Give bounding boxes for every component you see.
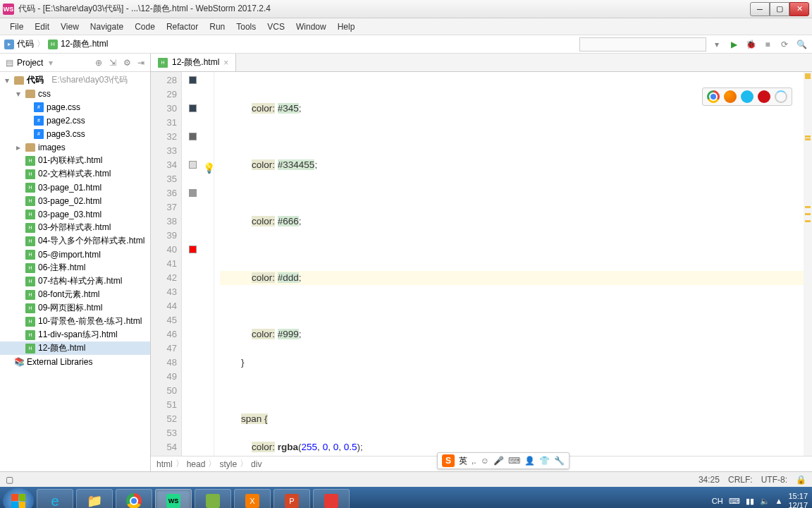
tray-clock[interactable]: 15:1712/17 <box>788 492 808 508</box>
update-button[interactable]: ⟳ <box>778 38 791 51</box>
line-separator[interactable]: CRLF <box>728 475 750 485</box>
menu-window[interactable]: Window <box>290 20 332 34</box>
system-tray[interactable]: CH ⌨ ▮▮ 🔈 ▲ 15:1712/17 <box>712 492 808 508</box>
debug-button[interactable]: 🐞 <box>744 38 757 51</box>
minimize-button[interactable]: ─ <box>750 2 770 16</box>
tree-file[interactable]: 03-外部样式表.html <box>38 222 111 234</box>
project-tree[interactable]: ▾代码 E:\share\day03\代码 ▾css #page.css #pa… <box>0 72 150 471</box>
taskbar-powerpoint[interactable]: P <box>273 489 310 508</box>
code-content[interactable]: color: #345; color: #334455; color: #666… <box>214 72 804 456</box>
tray-battery-icon[interactable]: ▮▮ <box>746 497 754 506</box>
tray-lang[interactable]: CH <box>712 497 723 505</box>
breadcrumb-item[interactable]: style <box>219 459 237 469</box>
tree-file[interactable]: 01-内联样式.html <box>38 155 102 167</box>
breadcrumb-item[interactable]: div <box>251 459 262 469</box>
lock-icon[interactable]: 🔒 <box>796 475 806 485</box>
tree-file[interactable]: 10-背景色-前景色-练习.html <box>38 315 142 327</box>
folder-images[interactable]: images <box>38 143 66 152</box>
tree-file-current[interactable]: 12-颜色.html <box>38 342 85 354</box>
close-button[interactable]: ✕ <box>789 2 809 16</box>
menu-refactor[interactable]: Refactor <box>161 20 204 34</box>
stop-button[interactable]: ■ <box>761 38 774 51</box>
skin-icon[interactable]: 👕 <box>539 456 550 466</box>
expand-toggle[interactable]: ▾ <box>3 75 11 85</box>
tree-file[interactable]: 03-page_02.html <box>38 196 102 206</box>
nav-file[interactable]: 12-颜色.html <box>61 38 108 50</box>
expand-toggle[interactable]: ▸ <box>14 143 23 152</box>
gear-icon[interactable]: ⚙ <box>122 58 132 68</box>
folder-css[interactable]: css <box>38 89 51 99</box>
tree-file[interactable]: 04-导入多个外部样式表.html <box>38 235 144 247</box>
user-icon[interactable]: 👤 <box>524 456 535 466</box>
ime-toolbar[interactable]: S 英 ,. ☺ 🎤 ⌨ 👤 👕 🔧 <box>437 452 570 469</box>
tray-volume-icon[interactable]: 🔈 <box>760 497 770 506</box>
tree-file[interactable]: page2.css <box>47 116 85 126</box>
tree-file[interactable]: 06-注释.html <box>38 262 85 274</box>
chevron-down-icon[interactable]: ▾ <box>49 58 53 68</box>
taskbar-webstorm[interactable]: WS <box>155 489 192 508</box>
tree-file[interactable]: page3.css <box>47 129 85 139</box>
taskbar-excel[interactable]: X <box>234 489 271 508</box>
tree-file[interactable]: page.css <box>47 102 80 112</box>
taskbar-app[interactable] <box>313 489 350 508</box>
maximize-button[interactable]: ▢ <box>770 2 789 16</box>
collapse-icon[interactable]: ⇲ <box>108 58 118 68</box>
menu-view[interactable]: View <box>55 20 85 34</box>
color-swatch <box>189 246 197 253</box>
menu-code[interactable]: Code <box>129 20 161 34</box>
expand-toggle[interactable]: ▾ <box>14 89 23 99</box>
menu-file[interactable]: File <box>4 20 29 34</box>
tree-file[interactable]: 11-div-span练习.html <box>38 329 118 341</box>
external-libraries[interactable]: External Libraries <box>27 357 92 367</box>
breadcrumb-item[interactable]: head <box>187 459 206 469</box>
emoji-icon[interactable]: ☺ <box>481 456 489 466</box>
menu-edit[interactable]: Edit <box>29 20 55 34</box>
loading-icon[interactable] <box>775 90 787 103</box>
firefox-icon[interactable] <box>724 90 737 103</box>
menu-navigate[interactable]: Navigate <box>85 20 129 34</box>
taskbar-explorer[interactable]: 📁 <box>76 489 113 508</box>
menu-help[interactable]: Help <box>332 20 361 34</box>
hide-icon[interactable]: ⇥ <box>136 58 146 68</box>
mic-icon[interactable]: 🎤 <box>493 456 504 466</box>
punct-icon[interactable]: ,. <box>472 456 476 466</box>
error-stripe[interactable] <box>804 72 812 456</box>
tree-file[interactable]: 05-@import.html <box>38 250 101 260</box>
color-swatch <box>189 189 197 197</box>
tray-ime-icon[interactable]: ⌨ <box>729 497 740 506</box>
target-icon[interactable]: ⊕ <box>94 58 104 68</box>
tree-file[interactable]: 03-page_01.html <box>38 183 102 193</box>
close-tab-icon[interactable]: × <box>223 58 228 68</box>
editor-tab[interactable]: H 12-颜色.html × <box>151 54 236 71</box>
code-editor[interactable]: 2829303132333435363738394041424344454647… <box>151 72 812 456</box>
run-button[interactable]: ▶ <box>727 38 740 51</box>
tree-file[interactable]: 07-结构-样式分离.html <box>38 275 122 287</box>
status-icon[interactable]: ▢ <box>6 475 13 485</box>
chevron-down-icon[interactable]: ▾ <box>710 38 723 51</box>
search-icon[interactable]: 🔍 <box>795 38 808 51</box>
taskbar-camtasia[interactable] <box>195 489 231 508</box>
project-root[interactable]: 代码 <box>27 74 44 86</box>
menu-tools[interactable]: Tools <box>230 20 262 34</box>
taskbar-chrome[interactable] <box>116 489 152 508</box>
menu-run[interactable]: Run <box>204 20 230 34</box>
run-config-dropdown[interactable] <box>579 37 706 52</box>
wrench-icon[interactable]: 🔧 <box>554 456 565 466</box>
ie-icon[interactable] <box>741 90 753 103</box>
ime-lang[interactable]: 英 <box>459 455 467 467</box>
file-encoding[interactable]: UTF-8 <box>761 475 785 485</box>
tree-file[interactable]: 09-网页图标.html <box>38 302 102 314</box>
tree-file[interactable]: 03-page_03.html <box>38 210 102 219</box>
taskbar-ie[interactable]: e <box>37 489 73 508</box>
breadcrumb-item[interactable]: html <box>156 459 173 469</box>
keyboard-icon[interactable]: ⌨ <box>508 456 520 466</box>
chrome-icon[interactable] <box>707 90 720 103</box>
opera-icon[interactable] <box>758 90 770 103</box>
tree-file[interactable]: 02-文档样式表.html <box>38 168 111 180</box>
tree-file[interactable]: 08-font元素.html <box>38 289 99 301</box>
tray-flag-icon[interactable]: ▲ <box>775 497 783 505</box>
start-button[interactable] <box>3 488 34 508</box>
intention-bulb-icon[interactable]: 💡 <box>203 162 215 174</box>
menu-vcs[interactable]: VCS <box>262 20 290 34</box>
nav-root[interactable]: 代码 <box>17 38 34 50</box>
